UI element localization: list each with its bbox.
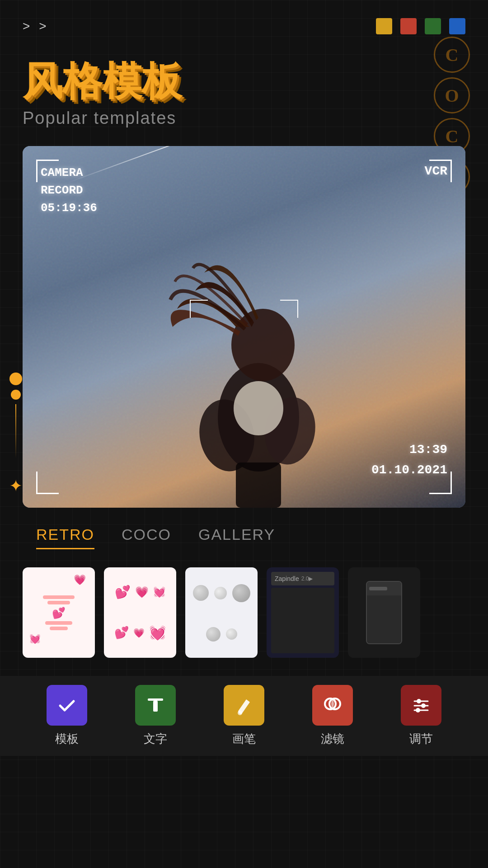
tool-icon-template: [47, 685, 87, 726]
bracket-bottom-left: [36, 472, 59, 494]
vcr-date: 01.10.2021: [371, 460, 447, 481]
color-dot-orange[interactable]: [376, 18, 392, 34]
main-image-container: CAMERA RECORD 05:19:36 VCR 13:39 01.10.2…: [23, 146, 465, 508]
vcr-info-bottomright: 13:39 01.10.2021: [371, 440, 447, 481]
page-title-en: Popular templates: [23, 108, 465, 128]
vcr-timestamp: 05:19:36: [41, 199, 97, 217]
tab-retro[interactable]: RETRO: [36, 526, 94, 549]
bracket-bottom-right: [429, 472, 452, 494]
template-thumb-1[interactable]: 💕 💗 💓: [23, 567, 95, 658]
contrail-line: [68, 146, 281, 183]
vcr-info-topleft: CAMERA RECORD 05:19:36: [41, 164, 97, 217]
tool-filter[interactable]: 滤镜: [312, 685, 353, 747]
tool-template[interactable]: 模板: [47, 685, 87, 747]
tool-label-text: 文字: [144, 731, 167, 747]
color-dot-green[interactable]: [425, 18, 441, 34]
svg-point-8: [238, 711, 242, 715]
svg-point-12: [417, 699, 421, 703]
deco-circle-small: [11, 390, 21, 400]
tool-icon-filter: [312, 685, 353, 726]
tool-icon-text: [135, 685, 176, 726]
tab-coco[interactable]: COCO: [122, 526, 171, 549]
template-thumb-5[interactable]: [348, 567, 420, 658]
tool-label-template: 模板: [55, 731, 79, 747]
bottom-toolbar: 模板 文字 画笔: [0, 676, 488, 756]
person-silhouette: [168, 200, 358, 508]
svg-rect-7: [153, 701, 158, 712]
template-thumbnails: 💕 💗 💓 💕 💗 💓 💕 💗 💓: [0, 558, 488, 671]
tool-label-filter: 滤镜: [321, 731, 344, 747]
tool-text[interactable]: 文字: [135, 685, 176, 747]
svg-rect-6: [148, 698, 163, 701]
template-thumb-4[interactable]: Zapindle 2.0▶: [267, 567, 339, 658]
nav-arrow-2[interactable]: >: [39, 19, 46, 33]
vcr-camera-label: CAMERA: [41, 164, 97, 182]
page-title-cn: 风格模板: [23, 61, 465, 101]
top-bar: > >: [0, 0, 488, 43]
svg-point-16: [416, 708, 420, 712]
nav-arrows: > >: [23, 19, 47, 33]
tool-icon-adjust: [401, 685, 441, 726]
left-decoration: ✦: [9, 373, 23, 495]
tool-brush[interactable]: 画笔: [224, 685, 264, 747]
deco-circle-large: [9, 373, 22, 385]
tool-adjust[interactable]: 调节: [401, 685, 441, 747]
template-tabs: RETRO COCO GALLERY: [0, 508, 488, 558]
tool-label-brush: 画笔: [232, 731, 256, 747]
color-dot-blue[interactable]: [449, 18, 465, 34]
color-dot-red[interactable]: [400, 18, 417, 34]
svg-point-3: [234, 381, 283, 435]
bracket-top-right: [429, 160, 452, 182]
main-image-bg: CAMERA RECORD 05:19:36 VCR 13:39 01.10.2…: [23, 146, 465, 508]
deco-star: ✦: [9, 476, 23, 495]
bracket-top-left: [36, 160, 59, 182]
svg-rect-5: [236, 462, 281, 508]
vcr-type-label: VCR: [425, 164, 447, 178]
tool-icon-brush: [224, 685, 264, 726]
deco-letter-c1: C: [434, 37, 470, 73]
deco-letter-o1: O: [434, 77, 470, 113]
vcr-time: 13:39: [371, 440, 447, 460]
template-thumb-2[interactable]: 💕 💗 💓 💕 💗 💓: [104, 567, 176, 658]
svg-point-14: [421, 703, 426, 708]
template-thumb-3[interactable]: [185, 567, 258, 658]
nav-arrow-1[interactable]: >: [23, 19, 30, 33]
tab-gallery[interactable]: GALLERY: [198, 526, 275, 549]
header-section: 风格模板 Popular templates C O C O: [0, 43, 488, 128]
vcr-record-label: RECORD: [41, 182, 97, 199]
tool-label-adjust: 调节: [409, 731, 433, 747]
deco-vertical-line: [15, 404, 16, 458]
color-palette: [376, 18, 465, 34]
